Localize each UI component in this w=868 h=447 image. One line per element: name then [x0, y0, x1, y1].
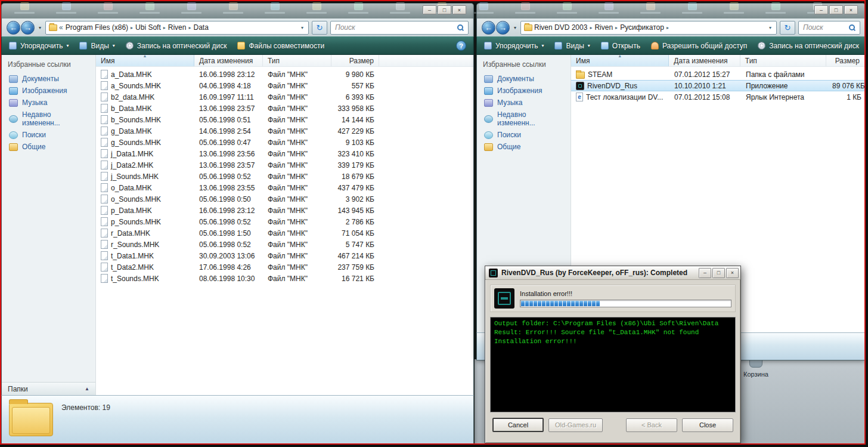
- toolbar-burn-button[interactable]: Запись на оптический диск: [758, 42, 859, 50]
- search-box[interactable]: Поиск: [798, 21, 860, 35]
- refresh-button[interactable]: ↻: [780, 21, 795, 35]
- file-row[interactable]: t_Data1.MHK30.09.2003 13:06Файл "МНК"467…: [96, 250, 473, 261]
- toolbar-views-button[interactable]: Виды▾: [79, 42, 114, 50]
- file-row[interactable]: b_Data.MHK13.06.1998 23:57Файл "МНК"333 …: [96, 103, 473, 114]
- address-bar[interactable]: Riven DVD 2003▸Riven▸Русификатор▸ ▾: [520, 21, 777, 35]
- file-row[interactable]: b2_data.MHK16.09.1997 11:11Файл "МНК"6 3…: [96, 91, 473, 103]
- history-dropdown[interactable]: ▾: [513, 25, 517, 30]
- column-header-4[interactable]: Размер: [826, 55, 865, 66]
- file-row[interactable]: a_Data.MHK16.06.1998 23:12Файл "МНК"9 98…: [96, 69, 473, 80]
- dialog-minimize-button[interactable]: –: [699, 268, 711, 278]
- favorites-list: ДокументыИзображенияМузыкаНедавно измене…: [2, 73, 95, 153]
- breadcrumb-overflow-icon[interactable]: «: [59, 23, 63, 32]
- forward-button[interactable]: →: [496, 21, 510, 35]
- file-row[interactable]: r_Data.MHK05.06.1998 1:50Файл "МНК"71 05…: [96, 227, 473, 239]
- file-row[interactable]: g_Data.MHK14.06.1998 2:54Файл "МНК"427 2…: [96, 125, 473, 137]
- sidebar-item-searches[interactable]: Поиски: [477, 129, 571, 141]
- sidebar-item-documents[interactable]: Документы: [2, 73, 95, 85]
- dialog-maximize-button[interactable]: □: [712, 268, 725, 278]
- breadcrumb-item[interactable]: Riven: [168, 23, 187, 32]
- file-size-cell: 5 747 КБ: [331, 241, 379, 249]
- sidebar-item-music[interactable]: Музыка: [2, 97, 95, 109]
- breadcrumb-item[interactable]: Riven: [594, 23, 613, 32]
- maximize-button[interactable]: □: [829, 5, 843, 14]
- help-icon[interactable]: ?: [456, 41, 466, 51]
- forward-button[interactable]: →: [21, 21, 35, 35]
- close-button[interactable]: ×: [844, 5, 858, 14]
- cancel-button[interactable]: Cancel: [492, 418, 544, 432]
- address-dropdown[interactable]: ▾: [767, 25, 773, 30]
- sidebar-item-music[interactable]: Музыка: [477, 97, 571, 109]
- maximize-button[interactable]: □: [438, 5, 451, 14]
- sidebar-item-pictures[interactable]: Изображения: [2, 85, 95, 97]
- sidebar-item-searches[interactable]: Поиски: [2, 129, 95, 141]
- sidebar-item-documents[interactable]: Документы: [477, 73, 571, 85]
- toolbar-organize-button[interactable]: Упорядочить▾: [484, 42, 544, 50]
- column-header-3[interactable]: Тип: [740, 55, 826, 66]
- breadcrumb-item[interactable]: Riven DVD 2003: [534, 23, 587, 32]
- file-row[interactable]: a_Sounds.MHK04.06.1998 4:18Файл "МНК"557…: [96, 80, 473, 91]
- toolbar-share-button[interactable]: Разрешить общий доступ: [651, 42, 747, 50]
- file-type-cell: Файл "МНК": [263, 218, 331, 226]
- back-button[interactable]: ←: [7, 21, 20, 35]
- file-row[interactable]: j_Data1.MHK13.06.1998 23:56Файл "МНК"323…: [96, 148, 473, 159]
- file-row[interactable]: r_Sounds.MHK05.06.1998 0:52Файл "МНК"5 7…: [96, 239, 473, 250]
- toolbar-compat-button[interactable]: Файлы совместимости: [237, 42, 324, 50]
- file-row[interactable]: j_Data2.MHK13.06.1998 23:57Файл "МНК"339…: [96, 159, 473, 171]
- address-dropdown[interactable]: ▾: [299, 25, 305, 30]
- sidebar-item-public[interactable]: Общие: [477, 141, 571, 153]
- minimize-button[interactable]: –: [423, 5, 436, 14]
- breadcrumb-item[interactable]: Ubi Soft: [135, 23, 161, 32]
- close-button[interactable]: Close: [682, 418, 733, 432]
- history-dropdown[interactable]: ▾: [38, 25, 42, 30]
- file-row[interactable]: b_Sounds.MHK05.06.1998 0:51Файл "МНК"14 …: [96, 114, 473, 125]
- file-row[interactable]: o_Data.MHK13.06.1998 23:55Файл "МНК"437 …: [96, 182, 473, 193]
- favorites-title: Избранные ссылки: [2, 55, 95, 73]
- views-icon: [79, 42, 87, 50]
- file-row[interactable]: t_Sounds.MHK08.06.1998 10:30Файл "МНК"16…: [96, 273, 473, 284]
- titlebar[interactable]: – □ ×: [1, 3, 474, 19]
- toolbar-views-button[interactable]: Виды▾: [554, 42, 590, 50]
- sidebar-item-recent[interactable]: Недавно измененн...: [2, 109, 95, 129]
- sidebar-item-pictures[interactable]: Изображения: [477, 85, 571, 97]
- close-button[interactable]: ×: [452, 5, 466, 14]
- file-name: STEAM: [588, 70, 612, 79]
- breadcrumb-item[interactable]: Русификатор: [620, 23, 664, 32]
- breadcrumb-item[interactable]: Program Files (x86): [66, 23, 128, 32]
- sidebar-item-recent[interactable]: Недавно измененн...: [477, 109, 571, 129]
- file-row[interactable]: STEAM07.01.2012 15:27Папка с файлами: [571, 69, 865, 80]
- column-header-1[interactable]: ▲Имя: [571, 55, 669, 66]
- toolbar-burn-button[interactable]: Запись на оптический диск: [126, 42, 227, 50]
- titlebar[interactable]: – □ ×: [476, 3, 866, 19]
- views-icon: [554, 42, 562, 50]
- toolbar-open-button[interactable]: Открыть: [601, 42, 640, 50]
- sidebar-item-public[interactable]: Общие: [2, 141, 95, 153]
- log-line: Output folder: C:\Program Files (x86)\Ub…: [494, 319, 731, 328]
- file-name: r_Sounds.MHK: [111, 241, 159, 249]
- address-bar[interactable]: «Program Files (x86)▸Ubi Soft▸Riven▸Data…: [45, 21, 309, 35]
- toolbar-organize-button[interactable]: Упорядочить▾: [9, 42, 69, 50]
- file-row[interactable]: o_Sounds.MHK05.06.1998 0:50Файл "МНК"3 9…: [96, 193, 473, 205]
- dialog-close-button[interactable]: ×: [726, 268, 739, 278]
- folders-bar[interactable]: Папки ▲: [2, 382, 95, 395]
- dialog-titlebar[interactable]: RivenDVD_Rus (by ForceKeeper, oFF_rus): …: [485, 266, 740, 280]
- file-row[interactable]: p_Sounds.MHK05.06.1998 0:52Файл "МНК"2 7…: [96, 216, 473, 227]
- file-type-cell: Файл "МНК": [263, 138, 331, 147]
- refresh-button[interactable]: ↻: [312, 21, 327, 35]
- breadcrumb-item[interactable]: Data: [193, 23, 208, 32]
- file-row[interactable]: t_Data2.MHK17.06.1998 4:26Файл "МНК"237 …: [96, 261, 473, 273]
- file-row[interactable]: p_Data.MHK16.06.1998 23:12Файл "МНК"143 …: [96, 205, 473, 216]
- column-header-1[interactable]: ▲Имя: [96, 55, 194, 66]
- file-row[interactable]: Тест локализации DV...07.01.2012 15:08Яр…: [571, 91, 865, 103]
- column-header-3[interactable]: Тип: [263, 55, 331, 66]
- screen: Корзина – □ × ← → ▾ «Program Files (x86)…: [0, 0, 866, 445]
- file-row[interactable]: j_Sounds.MHK05.06.1998 0:52Файл "МНК"18 …: [96, 171, 473, 182]
- file-row[interactable]: g_Sounds.MHK05.06.1998 0:47Файл "МНК"9 1…: [96, 137, 473, 148]
- minimize-button[interactable]: –: [814, 5, 828, 14]
- column-header-2[interactable]: Дата изменения: [194, 55, 263, 66]
- column-header-4[interactable]: Размер: [331, 55, 379, 66]
- back-button[interactable]: ←: [482, 21, 495, 35]
- file-row[interactable]: RivenDVD_Rus10.10.2010 1:21Приложение89 …: [571, 80, 865, 91]
- search-box[interactable]: Поиск: [330, 21, 469, 35]
- column-header-2[interactable]: Дата изменения: [669, 55, 740, 66]
